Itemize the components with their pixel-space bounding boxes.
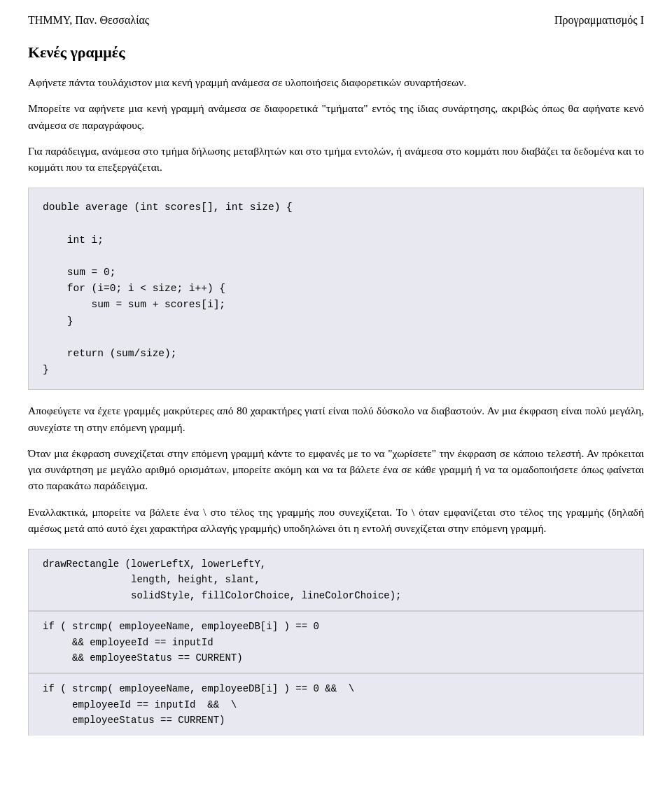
code-block-1: double average (int scores[], int size) … xyxy=(28,188,644,390)
paragraph-3: Για παράδειγμα, ανάμεσα στο τμήμα δήλωση… xyxy=(28,143,644,176)
header-right: Προγραμματισμός Ι xyxy=(554,14,644,27)
paragraph-5: Όταν μια έκφραση συνεχίζεται στην επόμεν… xyxy=(28,445,644,494)
header: ΤΗΜΜΥ, Παν. Θεσσαλίας Προγραμματισμός Ι xyxy=(28,14,644,27)
paragraph-1: Αφήνετε πάντα τουλάχιστον μια κενή γραμμ… xyxy=(28,74,644,90)
code-block-2: drawRectangle (lowerLeftX, lowerLeftY, l… xyxy=(28,549,644,736)
header-left: ΤΗΜΜΥ, Παν. Θεσσαλίας xyxy=(28,14,149,27)
paragraph-4: Αποφεύγετε να έχετε γραμμές μακρύτερες α… xyxy=(28,402,644,435)
paragraph-6: Εναλλακτικά, μπορείτε να βάλετε ένα \ στ… xyxy=(28,504,644,537)
paragraph-2: Μπορείτε να αφήνετε μια κενή γραμμή ανάμ… xyxy=(28,100,644,133)
page-title: Κενές γραμμές xyxy=(28,43,644,62)
